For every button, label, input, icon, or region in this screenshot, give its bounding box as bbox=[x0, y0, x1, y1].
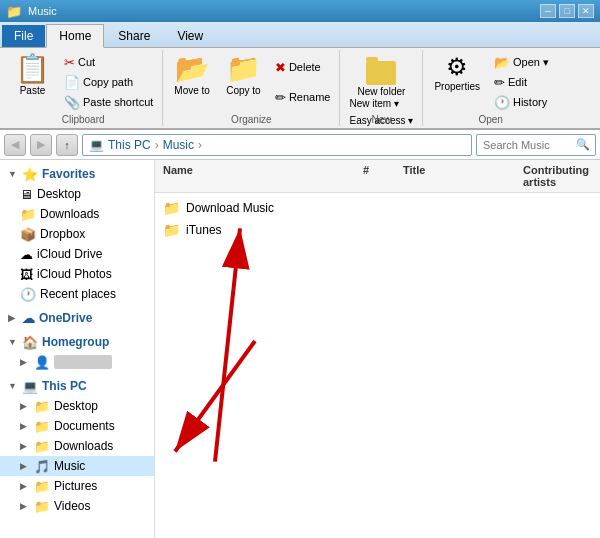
col-title-header: Title bbox=[403, 164, 523, 188]
edit-button[interactable]: ✏ Edit bbox=[489, 73, 554, 91]
sidebar-item-downloads-fav[interactable]: 📁 Downloads bbox=[0, 204, 154, 224]
copy-to-button[interactable]: 📁 Copy to bbox=[219, 52, 268, 112]
pictures-expand: ▶ bbox=[20, 481, 30, 491]
ribbon: 📋 Paste ✂ Cut 📄 Copy path 📎 Paste shortc… bbox=[0, 48, 600, 130]
itunes-folder-icon: 📁 bbox=[163, 222, 180, 238]
dropbox-icon: 📦 bbox=[20, 227, 36, 242]
move-to-button[interactable]: 📂 Move to bbox=[167, 52, 217, 112]
sidebar-item-icloud-drive[interactable]: ☁ iCloud Drive bbox=[0, 244, 154, 264]
documents-label: Documents bbox=[54, 419, 115, 433]
tab-home[interactable]: Home bbox=[46, 24, 104, 48]
thispc-label: This PC bbox=[42, 379, 87, 393]
desktop-fav-icon: 🖥 bbox=[20, 187, 33, 202]
svg-line-2 bbox=[215, 228, 240, 461]
history-button[interactable]: 🕐 History bbox=[489, 93, 554, 111]
forward-button[interactable]: ▶ bbox=[30, 134, 52, 156]
tab-share[interactable]: Share bbox=[105, 24, 163, 47]
maximize-button[interactable]: □ bbox=[559, 4, 575, 18]
address-path: 💻 This PC › Music › bbox=[82, 134, 472, 156]
new-item-button[interactable]: New item ▾ bbox=[344, 96, 418, 111]
desktop-pc-label: Desktop bbox=[54, 399, 98, 413]
music-label: Music bbox=[54, 459, 85, 473]
sidebar-item-desktop-pc[interactable]: ▶ 📁 Desktop bbox=[0, 396, 154, 416]
sidebar-item-desktop-fav[interactable]: 🖥 Desktop bbox=[0, 184, 154, 204]
sidebar-item-dropbox[interactable]: 📦 Dropbox bbox=[0, 224, 154, 244]
documents-icon: 📁 bbox=[34, 419, 50, 434]
search-icon: 🔍 bbox=[576, 138, 590, 151]
cut-button[interactable]: ✂ Cut bbox=[59, 53, 158, 71]
paste-button[interactable]: 📋 Paste bbox=[8, 52, 57, 112]
recent-places-label: Recent places bbox=[40, 287, 116, 301]
tab-view[interactable]: View bbox=[164, 24, 216, 47]
col-name-header: Name bbox=[163, 164, 363, 188]
desktop-pc-expand: ▶ bbox=[20, 401, 30, 411]
properties-button[interactable]: ⚙ Properties bbox=[427, 52, 487, 112]
new-group-label: New bbox=[371, 112, 391, 125]
sidebar-item-pictures[interactable]: ▶ 📁 Pictures bbox=[0, 476, 154, 496]
user-label: ■■■■■■■■ bbox=[54, 355, 112, 369]
search-wrap: 🔍 bbox=[476, 134, 596, 156]
ribbon-group-clipboard: 📋 Paste ✂ Cut 📄 Copy path 📎 Paste shortc… bbox=[4, 50, 163, 126]
back-button[interactable]: ◀ bbox=[4, 134, 26, 156]
dropbox-label: Dropbox bbox=[40, 227, 85, 241]
new-folder-button[interactable]: New folder bbox=[344, 54, 418, 94]
sidebar-item-user[interactable]: ▶ 👤 ■■■■■■■■ bbox=[0, 352, 154, 372]
homegroup-expand-icon: ▼ bbox=[8, 337, 18, 347]
new-item-label: New item ▾ bbox=[349, 98, 398, 109]
sidebar-item-recent-places[interactable]: 🕐 Recent places bbox=[0, 284, 154, 304]
properties-label: Properties bbox=[434, 81, 480, 92]
content-area: Name # Title Contributing artists 📁 Down… bbox=[155, 160, 600, 538]
sidebar-item-icloud-photos[interactable]: 🖼 iCloud Photos bbox=[0, 264, 154, 284]
user-expand-icon: ▶ bbox=[20, 357, 30, 367]
properties-icon: ⚙ bbox=[446, 55, 468, 79]
sidebar-homegroup-header[interactable]: ▼ 🏠 Homegroup bbox=[0, 332, 154, 352]
tab-file[interactable]: File bbox=[2, 25, 45, 47]
videos-icon: 📁 bbox=[34, 499, 50, 514]
up-button[interactable]: ↑ bbox=[56, 134, 78, 156]
cut-label: Cut bbox=[78, 56, 95, 68]
open-group-label: Open bbox=[478, 112, 502, 125]
copy-to-icon: 📁 bbox=[226, 55, 261, 83]
sidebar: ▼ ⭐ Favorites 🖥 Desktop 📁 Downloads 📦 Dr… bbox=[0, 160, 155, 538]
itunes-name: iTunes bbox=[186, 223, 592, 237]
paste-shortcut-button[interactable]: 📎 Paste shortcut bbox=[59, 93, 158, 111]
minimize-button[interactable]: ─ bbox=[540, 4, 556, 18]
edit-label: Edit bbox=[508, 76, 527, 88]
onedrive-expand-icon: ▶ bbox=[8, 313, 18, 323]
path-sep-1: › bbox=[155, 138, 159, 152]
close-button[interactable]: ✕ bbox=[578, 4, 594, 18]
copy-path-icon: 📄 bbox=[64, 75, 80, 90]
sidebar-favorites-header[interactable]: ▼ ⭐ Favorites bbox=[0, 164, 154, 184]
sidebar-item-videos[interactable]: ▶ 📁 Videos bbox=[0, 496, 154, 516]
favorites-expand-icon: ▼ bbox=[8, 169, 18, 179]
cut-icon: ✂ bbox=[64, 55, 75, 70]
sidebar-item-documents[interactable]: ▶ 📁 Documents bbox=[0, 416, 154, 436]
sidebar-item-downloads-pc[interactable]: ▶ 📁 Downloads bbox=[0, 436, 154, 456]
open-small-group: 📂 Open ▾ ✏ Edit 🕐 History bbox=[489, 52, 554, 112]
open-label: Open ▾ bbox=[513, 56, 549, 69]
open-button[interactable]: 📂 Open ▾ bbox=[489, 53, 554, 71]
copy-path-button[interactable]: 📄 Copy path bbox=[59, 73, 158, 91]
file-item-download-music[interactable]: 📁 Download Music bbox=[155, 197, 600, 219]
file-item-itunes[interactable]: 📁 iTunes bbox=[155, 219, 600, 241]
col-artist-header: Contributing artists bbox=[523, 164, 592, 188]
thispc-expand-icon: ▼ bbox=[8, 381, 18, 391]
organize-content: 📂 Move to 📁 Copy to ✖ Delete ✏ Rename bbox=[167, 52, 335, 112]
sidebar-item-music[interactable]: ▶ 🎵 Music bbox=[0, 456, 154, 476]
sidebar-onedrive-header[interactable]: ▶ ☁ OneDrive bbox=[0, 308, 154, 328]
delete-label: Delete bbox=[289, 61, 321, 73]
onedrive-label: OneDrive bbox=[39, 311, 92, 325]
ribbon-tabs: File Home Share View bbox=[0, 22, 600, 48]
downloads-fav-label: Downloads bbox=[40, 207, 99, 221]
clipboard-small-group: ✂ Cut 📄 Copy path 📎 Paste shortcut bbox=[59, 52, 158, 112]
main-area: ▼ ⭐ Favorites 🖥 Desktop 📁 Downloads 📦 Dr… bbox=[0, 160, 600, 538]
delete-rename-group: ✖ Delete ✏ Rename bbox=[270, 52, 336, 112]
history-icon: 🕐 bbox=[494, 95, 510, 110]
onedrive-icon: ☁ bbox=[22, 311, 35, 326]
rename-button[interactable]: ✏ Rename bbox=[270, 88, 336, 106]
delete-button[interactable]: ✖ Delete bbox=[270, 58, 336, 76]
path-music[interactable]: Music bbox=[163, 138, 194, 152]
path-this-pc[interactable]: This PC bbox=[108, 138, 151, 152]
sidebar-thispc-header[interactable]: ▼ 💻 This PC bbox=[0, 376, 154, 396]
column-headers: Name # Title Contributing artists bbox=[155, 160, 600, 193]
